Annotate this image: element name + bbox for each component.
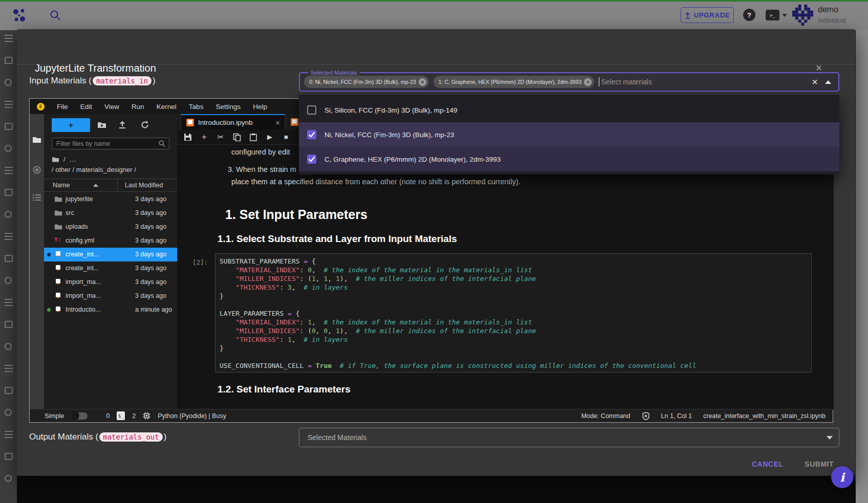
code-line xyxy=(220,353,807,361)
filter-files-input[interactable] xyxy=(52,140,158,147)
checkbox-checked-icon[interactable] xyxy=(307,155,316,164)
markdown-line: configured by edit xyxy=(231,148,290,156)
jupyter-status-bar: Simple 0 $_ 2 P xyxy=(30,409,833,422)
table-row[interactable]: Y:config.yml3 days ago xyxy=(44,234,177,248)
table-row[interactable]: src3 days ago xyxy=(44,206,177,220)
search-icon[interactable] xyxy=(49,9,61,21)
table-row[interactable]: import_ma...3 days ago xyxy=(44,275,177,289)
lightbulb-icon[interactable] xyxy=(37,103,45,111)
home-folder-icon[interactable] xyxy=(52,156,59,163)
output-materials-select[interactable]: Selected Materials xyxy=(299,428,839,447)
cancel-button[interactable]: CANCEL xyxy=(746,456,789,472)
menu-view[interactable]: View xyxy=(98,103,125,111)
menu-kernel[interactable]: Kernel xyxy=(150,103,183,111)
table-row[interactable]: Introductio...a minute ago xyxy=(44,303,177,317)
code-cell[interactable]: SUBSTRATE_PARAMETERS = { "MATERIAL_INDEX… xyxy=(215,253,812,373)
running-kernels-tab-icon[interactable] xyxy=(32,166,41,174)
breadcrumb[interactable]: / … xyxy=(52,156,76,163)
simple-mode-toggle[interactable] xyxy=(71,412,88,420)
notebook-mode[interactable]: Mode: Command xyxy=(581,412,631,420)
refresh-icon[interactable] xyxy=(140,120,150,130)
file-modified: 3 days ago xyxy=(135,195,166,203)
output-select-label: Selected Materials xyxy=(308,433,366,442)
material-chip[interactable]: 0: Ni, Nickel, FCC (Fm-3m) 3D (Bulk), mp… xyxy=(304,76,429,88)
materials-dropdown-menu: Si, Silicon, FCC (Fd-3m) 3D (Bulk), mp-1… xyxy=(299,95,839,174)
upgrade-button[interactable]: UPGRADE xyxy=(681,7,734,23)
cursor-position[interactable]: Ln 1, Col 1 xyxy=(661,412,692,420)
breadcrumb-root[interactable]: / xyxy=(63,156,66,163)
breadcrumb-ellipsis[interactable]: … xyxy=(70,156,76,163)
info-button[interactable]: i xyxy=(831,466,853,488)
new-folder-icon[interactable] xyxy=(97,120,107,130)
chip-delete-icon[interactable]: × xyxy=(584,78,592,86)
help-glyph: ? xyxy=(747,11,751,19)
run-cell-icon[interactable]: ▶ xyxy=(266,133,274,141)
terminals-count[interactable]: 0 xyxy=(106,412,110,420)
page-root: UPGRADE ? >_ demo Individual JupyterL xyxy=(0,0,868,503)
menu-run[interactable]: Run xyxy=(125,103,150,111)
material-option[interactable]: Si, Silicon, FCC (Fd-3m) 3D (Bulk), mp-1… xyxy=(299,98,839,122)
filter-files-field[interactable] xyxy=(52,138,169,149)
cell-execution-prompt: [2]: xyxy=(192,258,208,266)
upload-icon[interactable] xyxy=(117,120,127,130)
text-cursor xyxy=(599,77,599,86)
input-label-prefix: Input Materials ( xyxy=(29,76,92,86)
table-of-contents-tab-icon[interactable] xyxy=(32,193,41,202)
tab-close-icon[interactable]: × xyxy=(275,118,280,127)
notebook-icon xyxy=(186,119,194,126)
tab-introduction-ipynb[interactable]: Introduction.ipynb × xyxy=(181,114,285,129)
selected-materials-field[interactable]: Selected Materials 0: Ni, Nickel, FCC (F… xyxy=(299,72,839,92)
table-row[interactable]: jupyterlite3 days ago xyxy=(44,192,177,206)
kernels-count[interactable]: 2 xyxy=(132,412,136,420)
sidebar-icon xyxy=(5,101,13,108)
material-option[interactable]: C, Graphene, HEX (P6/mmm) 2D (Monolayer)… xyxy=(299,147,839,171)
table-row[interactable]: uploads3 days ago xyxy=(44,220,177,234)
sort-ascending-icon xyxy=(93,184,98,187)
insert-cell-icon[interactable]: + xyxy=(200,133,208,141)
column-name[interactable]: Name xyxy=(53,182,70,189)
table-row[interactable]: import_ma...3 days ago xyxy=(44,289,177,303)
sidebar-icon xyxy=(5,123,13,130)
paste-cells-icon[interactable] xyxy=(249,133,257,141)
save-icon[interactable] xyxy=(184,133,192,141)
copy-cells-icon[interactable] xyxy=(233,133,241,141)
stop-kernel-icon[interactable]: ■ xyxy=(282,133,290,141)
menu-file[interactable]: File xyxy=(51,103,74,111)
sidebar-icon xyxy=(5,189,13,196)
file-browser-tab-icon[interactable] xyxy=(32,136,41,144)
sidebar-icon xyxy=(5,321,13,328)
chip-label: 0: Ni, Nickel, FCC (Fm-3m) 3D (Bulk), mp… xyxy=(309,79,416,85)
markdown-line: place them at a specified distance from … xyxy=(231,178,520,186)
menu-edit[interactable]: Edit xyxy=(74,103,98,111)
select-materials-input[interactable] xyxy=(601,78,810,86)
material-option[interactable]: Ni, Nickel, FCC (Fm-3m) 3D (Bulk), mp-23 xyxy=(299,122,839,147)
checkbox-checked-icon[interactable] xyxy=(307,130,316,139)
material-chip[interactable]: 1: C, Graphene, HEX (P6/mmm) 2D (Monolay… xyxy=(433,76,595,88)
running-dot xyxy=(47,253,51,256)
clear-selection-icon[interactable]: × xyxy=(812,76,818,88)
table-row[interactable]: create_int...3 days ago xyxy=(44,261,177,275)
menu-settings[interactable]: Settings xyxy=(209,103,247,111)
menu-help[interactable]: Help xyxy=(247,103,273,111)
trust-shield-icon[interactable] xyxy=(642,412,650,420)
new-launcher-button[interactable]: + xyxy=(52,118,90,132)
file-modified: 3 days ago xyxy=(135,209,166,216)
user-avatar[interactable] xyxy=(792,5,813,26)
console-menu-button[interactable]: >_ xyxy=(766,10,787,20)
file-modified: 3 days ago xyxy=(135,278,166,286)
user-name[interactable]: demo xyxy=(818,5,838,14)
checkbox-unchecked-icon[interactable] xyxy=(307,105,316,115)
menu-tabs[interactable]: Tabs xyxy=(183,103,210,111)
cut-cells-icon[interactable]: ✂ xyxy=(216,133,225,141)
simple-mode-label: Simple xyxy=(45,412,64,420)
notebook-content[interactable]: configured by edit 3. When the strain m … xyxy=(177,145,834,410)
breadcrumb-path[interactable]: / other / materials_designer / xyxy=(52,166,136,173)
column-last-modified[interactable]: Last Modified xyxy=(125,182,163,189)
chip-delete-icon[interactable]: × xyxy=(419,78,426,86)
input-label-suffix: ) xyxy=(153,76,156,86)
help-button[interactable]: ? xyxy=(743,9,755,21)
table-row[interactable]: create_int...3 days ago xyxy=(44,248,177,261)
kernel-status[interactable]: Python (Pyodide) | Busy xyxy=(158,412,226,420)
folder-icon xyxy=(54,195,62,203)
dropdown-open-icon[interactable] xyxy=(825,80,831,84)
